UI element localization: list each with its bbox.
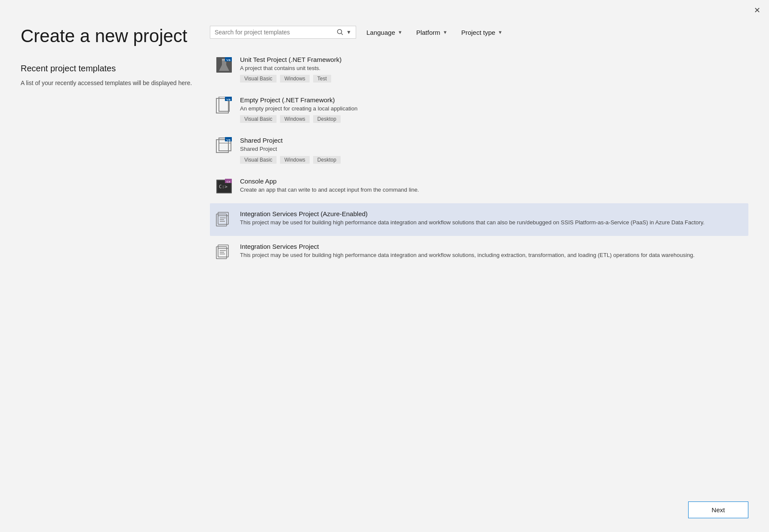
svg-point-0 [338,30,342,34]
svg-rect-31 [220,252,224,253]
template-desc: An empty project for creating a local ap… [240,105,743,113]
recent-templates-desc: A list of your recently accessed templat… [21,79,193,88]
template-icon: VB [215,56,233,74]
template-desc: This project may be used for building hi… [240,219,743,226]
template-info: Integration Services Project This projec… [240,243,743,262]
platform-label: Platform [416,29,440,36]
template-name: Shared Project [240,137,743,144]
template-name: Integration Services Project [240,243,743,250]
right-panel: ▼ Language ▼ Platform ▼ Project type ▼ [210,26,748,486]
close-button[interactable]: ✕ [750,3,764,17]
template-name: Empty Project (.NET Framework) [240,96,743,104]
template-tag: Test [313,75,331,83]
template-tag: Visual Basic [240,115,277,123]
main-content: Create a new project Recent project temp… [0,17,769,495]
svg-rect-30 [220,250,226,251]
template-tag: Windows [280,156,310,164]
project-type-label: Project type [461,29,495,36]
template-info: Shared Project Shared Project Visual Bas… [240,137,743,163]
search-box: ▼ [210,26,356,39]
svg-rect-25 [220,219,224,220]
language-label: Language [366,29,395,36]
template-item[interactable]: C:> C# Console App Create an app that ca… [210,171,748,203]
template-item[interactable]: Integration Services Project (Azure-Enab… [210,203,748,236]
template-tag: Visual Basic [240,156,277,164]
template-desc: A project that contains unit tests. [240,64,743,72]
template-tag: Windows [280,115,310,123]
language-chevron-icon: ▼ [398,30,403,35]
svg-rect-32 [220,254,225,254]
title-bar: ✕ [0,0,769,17]
next-button[interactable]: Next [688,501,748,518]
search-dropdown-button[interactable]: ▼ [346,29,351,35]
template-icon [215,210,233,228]
template-name: Unit Test Project (.NET Framework) [240,56,743,63]
template-item[interactable]: VB Shared Project Shared Project Visual … [210,130,748,170]
svg-text:VB: VB [226,98,231,101]
template-tag: Desktop [313,115,341,123]
svg-text:VB: VB [226,138,231,142]
left-panel: Create a new project Recent project temp… [21,26,210,486]
toolbar: ▼ Language ▼ Platform ▼ Project type ▼ [210,26,748,39]
page-title: Create a new project [21,26,193,46]
svg-text:VB: VB [226,58,231,62]
template-info: Empty Project (.NET Framework) An empty … [240,96,743,123]
project-type-chevron-icon: ▼ [498,30,503,35]
search-input[interactable] [215,29,334,36]
template-icon [215,243,233,261]
template-name: Integration Services Project (Azure-Enab… [240,210,743,217]
svg-text:C#: C# [227,180,231,183]
template-info: Unit Test Project (.NET Framework) A pro… [240,56,743,83]
template-item[interactable]: Integration Services Project This projec… [210,236,748,269]
svg-text:C:>: C:> [219,184,228,190]
project-type-dropdown[interactable]: Project type ▼ [458,26,506,39]
create-project-window: ✕ Create a new project Recent project te… [0,0,769,532]
search-icon [337,29,344,36]
template-tags: Visual BasicWindowsTest [240,75,743,83]
recent-templates-title: Recent project templates [21,64,193,73]
template-icon: VB [215,137,233,155]
platform-chevron-icon: ▼ [443,30,448,35]
svg-line-1 [341,34,343,35]
template-list: VB Unit Test Project (.NET Framework) A … [210,49,748,486]
template-icon: C:> C# [215,177,233,196]
template-tags: Visual BasicWindowsDesktop [240,156,743,164]
template-tag: Desktop [313,156,341,164]
footer: Next [0,495,769,532]
template-tags: Visual BasicWindowsDesktop [240,115,743,123]
svg-rect-24 [220,217,226,218]
template-desc: Create an app that can write to and acce… [240,186,743,194]
template-tag: Windows [280,75,310,83]
search-icon-button[interactable] [337,29,344,36]
template-info: Integration Services Project (Azure-Enab… [240,210,743,229]
template-item[interactable]: VB Unit Test Project (.NET Framework) A … [210,49,748,89]
template-name: Console App [240,177,743,185]
language-dropdown[interactable]: Language ▼ [363,26,406,39]
template-tag: Visual Basic [240,75,277,83]
platform-dropdown[interactable]: Platform ▼ [413,26,451,39]
template-info: Console App Create an app that can write… [240,177,743,196]
svg-rect-26 [220,221,225,222]
template-item[interactable]: VB Empty Project (.NET Framework) An emp… [210,89,748,130]
template-desc: This project may be used for building hi… [240,251,743,259]
template-icon: VB [215,96,233,114]
template-desc: Shared Project [240,145,743,153]
